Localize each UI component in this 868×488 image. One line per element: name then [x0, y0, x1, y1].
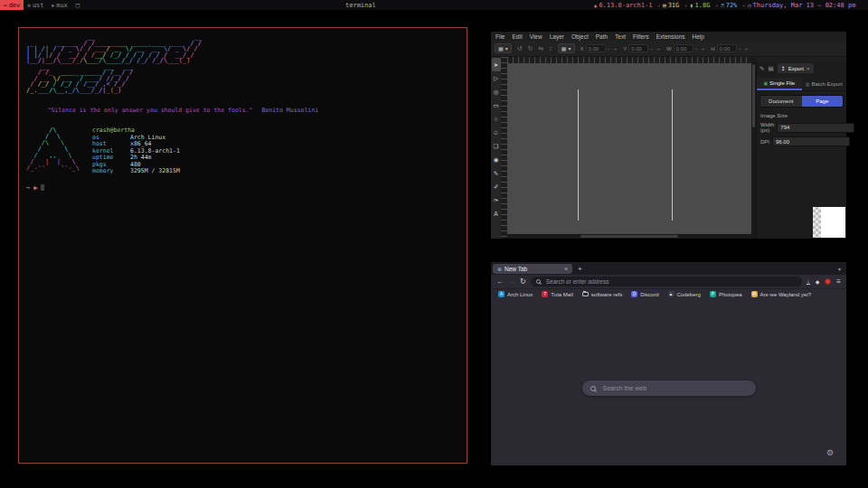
- tool-button[interactable]: ○: [492, 112, 501, 126]
- vertical-ruler: [501, 57, 507, 239]
- status-module-text: 6.13.8-arch1-1: [599, 2, 652, 9]
- menu-item[interactable]: Layer: [550, 33, 564, 40]
- horizontal-scrollbar[interactable]: [507, 234, 751, 239]
- browser-window[interactable]: ⊕ New Tab × + ▾ ← → ↻ ↓ ◆ ≡: [491, 262, 846, 465]
- menu-item[interactable]: File: [495, 33, 505, 40]
- bookmark-item[interactable]: software refs: [582, 292, 622, 297]
- tool-button[interactable]: A: [492, 207, 501, 221]
- shell-prompt[interactable]: ~ ▶: [26, 184, 459, 192]
- menu-item[interactable]: Path: [596, 33, 608, 40]
- tab-close-icon[interactable]: ×: [564, 266, 568, 272]
- pencil-icon[interactable]: ✎: [760, 65, 764, 72]
- tool-button[interactable]: ✐: [492, 180, 501, 193]
- list-tabs-icon[interactable]: ▾: [838, 266, 844, 272]
- menu-item[interactable]: Help: [693, 33, 704, 40]
- align-dropdown[interactable]: ▦ ▾: [558, 43, 575, 53]
- tool-button[interactable]: ✩: [492, 126, 501, 139]
- stepper-buttons[interactable]: − +: [650, 46, 661, 52]
- bookmark-item[interactable]: A Arch Linux: [498, 291, 533, 297]
- export-tab[interactable]: ↥ Export ×: [778, 63, 814, 73]
- terminal-window[interactable]: __ __ _ _____ / /________ ____ ___ ___ /…: [18, 27, 467, 464]
- extension-icon[interactable]: ◆: [816, 278, 820, 285]
- gear-icon[interactable]: ⚙: [826, 448, 834, 457]
- grid-icon: ▦: [498, 45, 504, 52]
- reload-button[interactable]: ↻: [520, 277, 526, 286]
- menu-icon[interactable]: ≡: [836, 277, 841, 286]
- stepper-buttons[interactable]: − +: [608, 46, 618, 52]
- export-icon: ↥: [781, 65, 786, 71]
- field-value[interactable]: 0.00: [586, 44, 606, 52]
- scrollbar-thumb[interactable]: [752, 64, 755, 127]
- close-icon[interactable]: ×: [807, 66, 810, 71]
- status-module: ♬ 72% ◂: [721, 2, 748, 9]
- tool-button[interactable]: ❏: [492, 139, 501, 153]
- page-border-line: [578, 89, 579, 221]
- new-tab-button[interactable]: +: [578, 265, 582, 273]
- field-label: Y: [623, 46, 627, 52]
- scope-button[interactable]: Page: [802, 96, 844, 107]
- bookmark-item[interactable]: P Photopea: [710, 291, 742, 297]
- field-value[interactable]: 0.00: [717, 44, 737, 52]
- stepper-buttons[interactable]: − +: [695, 46, 706, 52]
- tool-button[interactable]: ✑: [492, 193, 501, 207]
- menu-item[interactable]: Edit: [512, 33, 522, 40]
- field-value[interactable]: 0.00: [674, 44, 693, 52]
- bookmark-item[interactable]: T Tuta Mail: [542, 291, 572, 297]
- layers-icon[interactable]: ▤: [768, 65, 773, 72]
- field-value[interactable]: 0.00: [628, 44, 648, 52]
- menu-item[interactable]: View: [530, 33, 542, 40]
- forward-button[interactable]: →: [508, 277, 515, 286]
- menu-item[interactable]: Object: [571, 33, 589, 40]
- workspace-tag[interactable]: ⚙ ust: [24, 0, 47, 10]
- workspace-tag[interactable]: ❖ mux: [48, 0, 71, 10]
- menu-item[interactable]: Text: [615, 33, 626, 40]
- menu-item[interactable]: Extensions: [656, 33, 685, 40]
- ublock-icon[interactable]: [825, 278, 831, 285]
- selection-mode-dropdown[interactable]: ▦ ▾: [495, 43, 512, 53]
- dpi-input[interactable]: [772, 136, 850, 146]
- rotate-ccw-icon[interactable]: ↺: [517, 45, 523, 52]
- tool-button[interactable]: ▭: [492, 99, 501, 112]
- scrollbar-thumb[interactable]: [580, 235, 678, 238]
- fetch-block: /\ / \ /\ \ / \ / ,, \ / | | \/_-'' ''-_…: [26, 127, 459, 175]
- url-input[interactable]: [544, 277, 797, 286]
- layout-icon[interactable]: □: [71, 2, 84, 9]
- subtab-label: Single File: [769, 80, 795, 86]
- browser-tab[interactable]: ⊕ New Tab ×: [493, 264, 572, 274]
- tool-button[interactable]: ▷: [492, 71, 501, 85]
- tool-button[interactable]: ✎: [492, 166, 501, 180]
- inkscape-window[interactable]: File Edit View Layer Object Path Text Fi…: [491, 32, 846, 239]
- tool-icon: ◉: [494, 156, 499, 164]
- flip-horizontal-icon[interactable]: ⇋: [538, 45, 543, 52]
- chevron-down-icon: ▾: [505, 45, 508, 52]
- newtab-search-input[interactable]: [601, 384, 748, 392]
- scope-button[interactable]: Document: [760, 96, 802, 107]
- canvas[interactable]: [507, 63, 751, 234]
- flip-vertical-icon[interactable]: ↕: [549, 45, 552, 52]
- menu-item[interactable]: Filters: [633, 33, 649, 40]
- separator-icon: ◂: [681, 2, 690, 8]
- dpi-row: DPI: [760, 136, 843, 146]
- stepper-buttons[interactable]: − +: [739, 46, 750, 52]
- export-subtab[interactable]: ▣ Single File: [757, 78, 802, 90]
- newtab-search-bar[interactable]: [582, 380, 756, 396]
- back-button[interactable]: ←: [496, 277, 504, 286]
- export-subtab[interactable]: ▥ Batch Export: [802, 78, 847, 90]
- tool-button[interactable]: ➤: [492, 58, 501, 71]
- bookmark-label: Discord: [640, 292, 658, 297]
- bookmark-item[interactable]: D Discord: [631, 291, 658, 297]
- fetch-value: 3295M / 32815M: [130, 168, 180, 175]
- bookmark-item[interactable]: ▲ Codeberg: [668, 291, 701, 297]
- fetch-key: memory: [92, 168, 130, 175]
- tool-button[interactable]: ◎: [492, 85, 501, 99]
- bookmark-item[interactable]: W Are we Wayland yet?: [751, 291, 811, 297]
- width-input[interactable]: [777, 123, 854, 133]
- tool-icon: A: [494, 211, 497, 217]
- status-module: ◷ Thursday, Mar 13 — 02:48 pm ◂: [748, 2, 866, 9]
- inkscape-menubar: File Edit View Layer Object Path Text Fi…: [491, 32, 846, 41]
- rotate-cw-icon[interactable]: ↻: [528, 45, 533, 52]
- tool-button[interactable]: ◉: [492, 153, 501, 166]
- downloads-icon[interactable]: ↓: [807, 278, 810, 285]
- workspace-tag[interactable]: ⌨ dev: [0, 0, 24, 10]
- url-bar[interactable]: [531, 277, 803, 286]
